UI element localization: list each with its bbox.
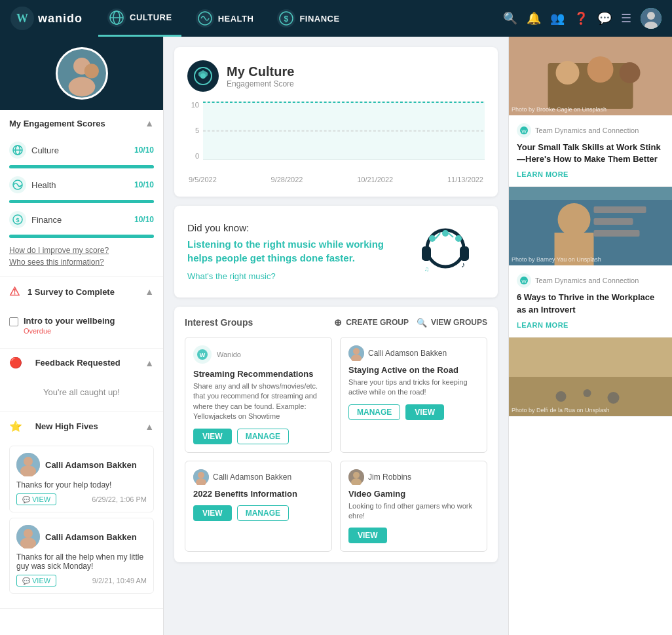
create-group-button[interactable]: ⊕ CREATE GROUP	[334, 317, 409, 328]
user-avatar[interactable]	[641, 8, 662, 29]
svg-point-71	[556, 391, 567, 402]
highfive-item: Calli Adamson Bakken Thanks for your hel…	[9, 446, 154, 512]
dyk-link[interactable]: What's the right music?	[187, 271, 393, 281]
engagement-scores-header[interactable]: My Engagement Scores ▲	[0, 110, 163, 136]
survey-checkbox[interactable]	[9, 317, 18, 326]
nav-culture[interactable]: CULTURE	[98, 0, 181, 37]
svg-point-22	[24, 457, 33, 466]
group-user-avatar	[348, 469, 364, 485]
help-icon[interactable]: ❓	[574, 11, 588, 26]
article-card: Photo by Barney Yau on Unsplash W Team D…	[509, 187, 672, 337]
article-photo-credit: Photo by Brooke Cagle on Unsplash	[512, 106, 607, 113]
feedback-chevron-icon: ▲	[145, 358, 154, 368]
feedback-section: 🔴 Feedback Requested ▲ You're all caught…	[0, 349, 163, 412]
article-learn-more-link[interactable]: LEARN MORE	[517, 170, 664, 178]
highfive-user-row: Calli Adamson Bakken	[16, 525, 147, 548]
group-item: Calli Adamson Bakken 2022 Benefits Infor…	[185, 461, 332, 552]
svg-text:$: $	[284, 14, 289, 24]
survey-section-header[interactable]: ⚠ 1 Survey to Complete ▲	[0, 277, 163, 307]
left-sidebar: My Engagement Scores ▲ Culture 10/10	[0, 37, 164, 635]
group-item: Jim Robbins Video Gaming Looking to find…	[340, 461, 487, 552]
culture-card-header: My Culture Engagement Score	[187, 60, 485, 92]
health-score-bar	[9, 200, 154, 203]
survey-item-title: Intro to your wellbeing	[24, 316, 115, 326]
highfive-star-icon: ⭐	[9, 420, 22, 433]
chart-x-label: 10/21/2022	[357, 176, 393, 183]
group-view-button[interactable]: VIEW	[193, 429, 232, 444]
article-cat-icon: W	[517, 273, 531, 288]
who-sees-link[interactable]: Who sees this information?	[9, 258, 154, 267]
article-cat-label: Team Dynamics and Connection	[535, 126, 639, 134]
svg-point-62	[558, 203, 591, 236]
svg-text:W: W	[521, 128, 527, 134]
culture-score-value: 10/10	[134, 145, 154, 155]
engagement-chart: 10 5 0	[187, 101, 485, 173]
svg-text:W: W	[521, 279, 527, 284]
search-icon[interactable]: 🔍	[503, 11, 517, 26]
highfive-user-row: Calli Adamson Bakken	[16, 453, 147, 476]
menu-icon[interactable]: ☰	[621, 11, 631, 26]
users-icon[interactable]: 👥	[550, 11, 565, 26]
svg-rect-64	[594, 206, 646, 213]
dyk-prefix: Did you know:	[187, 222, 393, 233]
improve-score-link[interactable]: How do I improve my score?	[9, 246, 154, 255]
chat-icon[interactable]: 💬	[597, 11, 612, 26]
highfive-user-name: Calli Adamson Bakken	[45, 460, 137, 470]
highfive-view-button[interactable]: 💬 VIEW	[16, 575, 56, 587]
group-name: Streaming Recommendations	[193, 369, 324, 379]
group-manage-button[interactable]: MANAGE	[237, 429, 289, 444]
svg-rect-65	[594, 218, 633, 225]
group-user-name: Calli Adamson Bakken	[213, 472, 291, 482]
group-manage-button[interactable]: MANAGE	[237, 505, 289, 521]
highfives-chevron-icon: ▲	[145, 421, 154, 432]
svg-point-37	[455, 235, 462, 242]
app-logo[interactable]: W wanido	[10, 7, 83, 30]
svg-rect-34	[460, 246, 469, 261]
highfive-message: Thanks for your help today!	[16, 480, 147, 490]
feedback-section-header[interactable]: 🔴 Feedback Requested ▲	[0, 349, 163, 377]
group-view-button[interactable]: VIEW	[193, 505, 232, 521]
article-image: Photo by Delfi de la Rua on Unsplash	[509, 337, 672, 416]
article-learn-more-link[interactable]: LEARN MORE	[517, 321, 664, 329]
group-view-button[interactable]: VIEW	[348, 528, 387, 543]
svg-point-13	[68, 77, 95, 97]
engagement-scores-content: Culture 10/10 Health 10/10	[0, 136, 163, 276]
chart-y-label: 10	[187, 101, 199, 109]
svg-point-25	[24, 529, 33, 538]
culture-card-icon	[187, 60, 219, 92]
score-row-finance: $ Finance 10/10	[9, 211, 154, 238]
article-image: Photo by Barney Yau on Unsplash	[509, 187, 672, 265]
culture-card-title: My Culture	[227, 64, 294, 79]
svg-line-39	[449, 233, 453, 237]
group-item: W Wanido Streaming Recommendations Share…	[185, 337, 332, 453]
svg-text:♫: ♫	[424, 265, 430, 273]
view-groups-button[interactable]: 🔍 VIEW GROUPS	[417, 318, 487, 328]
nav-health[interactable]: HEALTH	[187, 0, 263, 37]
group-item: Calli Adamson Bakken Staying Active on t…	[340, 337, 487, 453]
svg-point-56	[588, 56, 614, 83]
survey-chevron-icon: ▲	[145, 286, 154, 297]
topnav: W wanido CULTURE HEALTH	[0, 0, 672, 37]
svg-point-14	[84, 64, 98, 78]
nav-finance[interactable]: $ FINANCE	[268, 0, 348, 37]
highfive-footer: 💬 VIEW 6/29/22, 1:06 PM	[16, 493, 147, 505]
nav-finance-label: FINANCE	[299, 14, 339, 24]
dyk-image: ♪ ♫	[406, 219, 485, 284]
score-row-health: Health 10/10	[9, 176, 154, 203]
article-card: Photo by Brooke Cagle on Unsplash W Team…	[509, 37, 672, 187]
profile-avatar[interactable]	[56, 47, 108, 100]
survey-section-title: ⚠ 1 Survey to Complete	[9, 284, 115, 299]
group-view-button[interactable]: VIEW	[405, 404, 444, 420]
chat-bubble-icon: 💬	[22, 496, 30, 503]
main-content: My Culture Engagement Score 10 5 0	[164, 37, 508, 635]
group-user-name: Calli Adamson Bakken	[368, 349, 447, 358]
group-org-name: Wanido	[217, 351, 241, 358]
svg-point-45	[353, 348, 360, 355]
highfives-section-header[interactable]: ⭐ New High Fives ▲	[0, 412, 163, 440]
group-user-header: Calli Adamson Bakken	[193, 469, 324, 485]
highfive-view-button[interactable]: 💬 VIEW	[16, 493, 56, 505]
group-manage-button[interactable]: MANAGE	[348, 404, 400, 420]
article-image-wrap: Photo by Barney Yau on Unsplash	[509, 187, 672, 265]
article-cat-label: Team Dynamics and Connection	[535, 277, 639, 284]
bell-icon[interactable]: 🔔	[527, 11, 541, 26]
